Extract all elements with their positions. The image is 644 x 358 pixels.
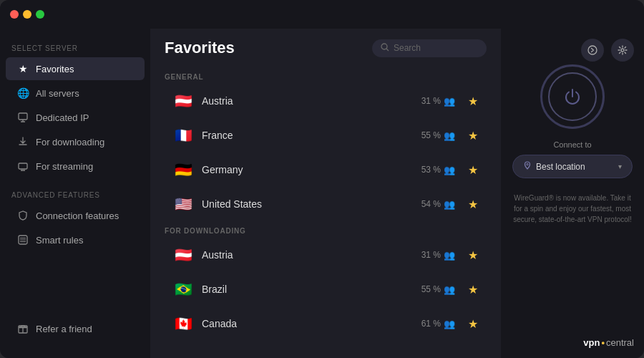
flag-icon: 🇦🇹 [173,245,193,265]
server-list: GENERAL 🇦🇹 Austria 31 % 👥 ★ 🇫🇷 France 55… [150,67,501,358]
server-load: 53 % 👥 [421,165,455,175]
server-name: Austria [202,249,413,261]
server-name: Canada [202,318,413,329]
sidebar-item-all-servers[interactable]: 🌐 All servers [6,82,145,105]
shield-icon [17,210,29,221]
location-pin-icon [523,161,532,172]
sidebar-item-label: Dedicated IP [36,112,89,123]
gift-icon [17,323,29,334]
flag-icon: 🇫🇷 [173,125,193,145]
content-header: Favorites [150,29,501,67]
favorite-star[interactable]: ★ [468,198,478,211]
svg-point-14 [588,46,597,54]
chevron-down-icon: ▾ [618,163,622,170]
svg-point-16 [527,163,528,165]
server-load: 61 % 👥 [421,319,455,329]
title-bar [0,0,644,29]
right-panel: Connect to Best location ▾ WireGuard® is… [501,29,644,358]
sidebar-item-label: For streaming [36,161,93,172]
search-input[interactable] [394,43,478,53]
server-load: 31 % 👥 [421,250,455,261]
sidebar-item-streaming[interactable]: For streaming [6,155,145,178]
wireguard-notice: WireGuard® is now available. Take it for… [512,193,633,225]
users-icon: 👥 [444,319,455,329]
server-load: 31 % 👥 [421,96,455,107]
table-row[interactable]: 🇫🇷 France 55 % 👥 ★ [165,118,487,153]
sidebar-item-favorites[interactable]: ★ Favorites [6,57,145,80]
sidebar-item-downloading[interactable]: For downloading [6,130,145,153]
server-name: Austria [202,95,413,107]
favorite-star[interactable]: ★ [468,283,478,296]
tv-icon [17,160,29,172]
monitor-icon [17,112,29,123]
sidebar-item-label: For downloading [36,137,104,147]
svg-point-12 [381,44,387,49]
sidebar-item-refer-friend[interactable]: Refer a friend [6,317,145,340]
server-name: France [202,130,413,141]
server-load: 55 % 👥 [421,130,455,141]
users-icon: 👥 [444,165,455,175]
flag-icon: 🇦🇹 [173,91,193,111]
globe-icon: 🌐 [17,87,29,99]
sidebar-item-smart-rules[interactable]: Smart rules [6,228,145,251]
favorite-star[interactable]: ★ [468,317,478,331]
server-load: 55 % 👥 [421,284,455,295]
flag-icon: 🇩🇪 [173,160,193,180]
flag-icon: 🇺🇸 [173,194,193,214]
top-icons [581,39,634,62]
server-name: Germany [202,164,413,175]
favorite-star[interactable]: ★ [468,163,478,177]
table-row[interactable]: 🇦🇹 Austria 31 % 👥 ★ [165,84,487,118]
forward-button[interactable] [581,39,604,62]
advanced-section-label: Advanced Features [0,187,150,203]
sidebar-item-label: All servers [36,88,79,99]
power-button[interactable] [548,72,597,121]
table-row[interactable]: 🇧🇷 Brazil 55 % 👥 ★ [165,272,487,306]
search-bar[interactable] [372,39,487,57]
search-icon [381,43,389,54]
app-window: Select Server ★ Favorites 🌐 All servers … [0,0,644,358]
sidebar-item-label: Smart rules [36,235,83,246]
table-row[interactable]: 🇩🇪 Germany 53 % 👥 ★ [165,153,487,187]
download-icon [17,136,29,147]
svg-line-13 [386,49,389,51]
brand-vpn: vpn [583,337,600,348]
sidebar: Select Server ★ Favorites 🌐 All servers … [0,29,150,358]
svg-point-15 [621,49,624,52]
page-title: Favorites [165,39,235,57]
table-row[interactable]: 🇺🇸 United States 54 % 👥 ★ [165,187,487,221]
users-icon: 👥 [444,250,455,261]
location-label: Best location [536,162,585,172]
svg-rect-0 [19,113,27,120]
rules-icon [17,234,29,246]
favorite-star[interactable]: ★ [468,95,478,108]
server-name: United States [202,198,413,210]
flag-icon: 🇧🇷 [173,279,193,299]
users-icon: 👥 [444,96,455,107]
location-selector[interactable]: Best location ▾ [512,155,633,178]
flag-icon: 🇨🇦 [173,314,193,334]
content-area: Favorites GENERAL 🇦🇹 Austria [150,29,501,358]
sidebar-item-label: Connection features [36,211,119,221]
table-row[interactable]: 🇨🇦 Canada 61 % 👥 ★ [165,306,487,341]
section-header-downloading: FOR DOWNLOADING [165,221,487,238]
minimize-button[interactable] [23,10,31,19]
sidebar-item-dedicated-ip[interactable]: Dedicated IP [6,106,145,129]
brand-central: central [606,337,634,348]
users-icon: 👥 [444,199,455,210]
favorite-star[interactable]: ★ [468,129,478,142]
users-icon: 👥 [444,130,455,141]
table-row[interactable]: 🇦🇹 Austria 31 % 👥 ★ [165,238,487,272]
location-left: Best location [523,161,585,172]
star-icon: ★ [17,63,29,74]
maximize-button[interactable] [36,10,44,19]
power-ring[interactable] [540,64,605,129]
sidebar-item-connection-features[interactable]: Connection features [6,204,145,227]
settings-button[interactable] [611,39,634,62]
brand-dot: • [601,337,605,348]
favorite-star[interactable]: ★ [468,248,478,262]
users-icon: 👥 [444,284,455,295]
svg-rect-11 [19,326,27,328]
connect-to-label: Connect to [553,140,591,149]
close-button[interactable] [10,10,19,19]
